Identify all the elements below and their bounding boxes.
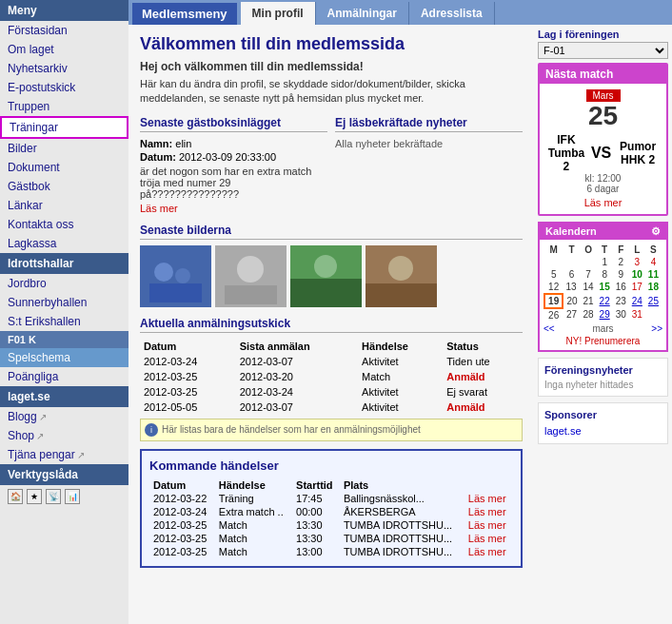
sidebar-item-epost[interactable]: E-postutskick xyxy=(0,78,128,97)
image-3[interactable] xyxy=(290,245,362,307)
cal-day-5[interactable]: 5 xyxy=(544,268,563,281)
ext-icon-blogg: ↗ xyxy=(39,412,47,422)
sidebar-item-nyhetsarkiv[interactable]: Nyhetsarkiv xyxy=(0,59,128,78)
cal-day-7[interactable]: 7 xyxy=(581,268,597,281)
sidebar-item-kontakta[interactable]: Kontakta oss xyxy=(0,215,128,234)
cal-next-button[interactable]: >> xyxy=(651,323,662,334)
next-match-title: Nästa match xyxy=(540,65,666,84)
k-row1-las-mer[interactable]: Läs mer xyxy=(468,493,506,504)
svg-point-2 xyxy=(175,268,190,283)
sidebar-item-lagkassa[interactable]: Lagkassa xyxy=(0,234,128,253)
cal-day-6[interactable]: 6 xyxy=(563,268,580,281)
match-las-mer[interactable]: Läs mer xyxy=(545,197,661,208)
cal-day-31[interactable]: 31 xyxy=(629,308,645,322)
calendar-nav: << mars >> xyxy=(544,322,662,336)
welcome-intro: Hej och välkommen till din medlemssida! xyxy=(140,60,523,73)
sidebar-item-dokument[interactable]: Dokument xyxy=(0,158,128,177)
sidebar-item-sunnerbyhallen[interactable]: Sunnerbyhallen xyxy=(0,293,128,312)
image-1[interactable] xyxy=(140,245,211,307)
sidebar-item-forstasidan[interactable]: Förstasidan xyxy=(0,21,128,40)
cal-day-25[interactable]: 25 xyxy=(645,294,662,308)
cal-prev-button[interactable]: << xyxy=(544,323,555,334)
k-row4-plats: TUMBA IDROTTSHU... xyxy=(340,532,464,545)
svg-rect-6 xyxy=(225,285,277,304)
row2-datum: 2012-03-25 xyxy=(140,369,236,384)
cal-day-10[interactable]: 10 xyxy=(629,268,645,281)
cal-day-2[interactable]: 2 xyxy=(613,256,629,268)
guestbook-las-mer[interactable]: Läs mer xyxy=(140,203,178,214)
chart-icon[interactable]: 📊 xyxy=(65,489,80,504)
k-row1-plats: Ballingsnässkol... xyxy=(340,492,464,505)
k-row3-plats: TUMBA IDROTTSHU... xyxy=(340,518,464,532)
cal-day-17[interactable]: 17 xyxy=(629,281,645,294)
cal-day-21[interactable]: 21 xyxy=(581,294,597,308)
cal-day-15[interactable]: 15 xyxy=(597,281,613,294)
tab-min-profil[interactable]: Min profil xyxy=(241,2,316,25)
images-row xyxy=(140,245,523,307)
sidebar-item-bilder[interactable]: Bilder xyxy=(0,139,128,158)
cal-day-23[interactable]: 23 xyxy=(613,294,629,308)
k-row5-starttid: 13:00 xyxy=(292,545,340,558)
sidebar-item-jordbro[interactable]: Jordbro xyxy=(0,274,128,293)
k-row2-starttid: 00:00 xyxy=(292,505,340,518)
sidebar-lagetse-shop[interactable]: Shop ↗ xyxy=(0,426,128,445)
sponsor-link[interactable]: laget.se xyxy=(544,425,582,437)
row1-handelse: Aktivitet xyxy=(358,354,443,369)
welcome-title: Välkommen till din medlemssida xyxy=(140,34,523,54)
cal-day-13[interactable]: 13 xyxy=(563,281,580,294)
cal-day-18[interactable]: 18 xyxy=(645,281,662,294)
cal-day-12[interactable]: 12 xyxy=(544,281,563,294)
calendar-settings-icon[interactable]: ⚙ xyxy=(651,225,661,238)
tab-adresslista[interactable]: Adresslista xyxy=(409,2,495,25)
k-row4-las-mer[interactable]: Läs mer xyxy=(468,533,506,544)
cal-day-24[interactable]: 24 xyxy=(629,294,645,308)
cal-day-29[interactable]: 29 xyxy=(597,308,613,322)
tab-anmalningar[interactable]: Anmälningar xyxy=(316,2,409,25)
sidebar-item-spelschema[interactable]: Spelschema xyxy=(0,348,128,367)
star-icon[interactable]: ★ xyxy=(27,489,42,504)
team-select[interactable]: F-01 xyxy=(538,42,668,59)
k-col-handelse: Händelse xyxy=(215,478,292,492)
sidebar-item-om-laget[interactable]: Om laget xyxy=(0,40,128,59)
cal-day-19[interactable]: 19 xyxy=(544,294,563,308)
k-row5-handelse: Match xyxy=(215,545,292,558)
k-row2-handelse: Extra match .. xyxy=(215,505,292,518)
cal-day-22[interactable]: 22 xyxy=(597,294,613,308)
cal-day-8[interactable]: 8 xyxy=(597,268,613,281)
cal-day-14[interactable]: 14 xyxy=(581,281,597,294)
image-2[interactable] xyxy=(215,245,287,307)
cal-day-16[interactable]: 16 xyxy=(613,281,629,294)
cal-day-27[interactable]: 27 xyxy=(563,308,580,322)
image-4[interactable] xyxy=(366,245,437,307)
home-icon[interactable]: 🏠 xyxy=(8,489,23,504)
cal-day-20[interactable]: 20 xyxy=(563,294,580,308)
k-row1-handelse: Träning xyxy=(215,492,292,505)
sidebar-item-truppen[interactable]: Truppen xyxy=(0,97,128,116)
sidebar-item-lankar[interactable]: Länkar xyxy=(0,196,128,215)
cal-day-4[interactable]: 4 xyxy=(645,256,662,268)
k-row2-las-mer[interactable]: Läs mer xyxy=(468,506,506,517)
cal-day-3[interactable]: 3 xyxy=(629,256,645,268)
sidebar-item-gastbok[interactable]: Gästbok xyxy=(0,177,128,196)
k-row5-las-mer[interactable]: Läs mer xyxy=(468,546,506,557)
k-row3-las-mer[interactable]: Läs mer xyxy=(468,519,506,531)
cal-day-9[interactable]: 9 xyxy=(613,268,629,281)
rss-icon[interactable]: 📡 xyxy=(46,489,61,504)
cal-day-30[interactable]: 30 xyxy=(613,308,629,322)
cal-day-11[interactable]: 11 xyxy=(645,268,662,281)
sidebar-item-poangliga[interactable]: Poängliga xyxy=(0,367,128,386)
sidebar-item-st-erikshallen[interactable]: S:t Erikshallen xyxy=(0,312,128,331)
cal-subscribe-link[interactable]: NY! Prenumerera xyxy=(544,336,662,346)
cal-day-1[interactable]: 1 xyxy=(597,256,613,268)
sidebar-lagetse-blogg[interactable]: Blogg ↗ xyxy=(0,407,128,426)
table-row: 2012-03-25 2012-03-20 Match Anmäld xyxy=(140,369,523,384)
k-row5-plats: TUMBA IDROTTSHU... xyxy=(340,545,464,558)
match-teams-row: IFK Tumba 2 VS Pumor HHK 2 xyxy=(545,133,661,173)
sidebar-item-traningar[interactable]: Träningar xyxy=(0,116,128,139)
cal-day-28[interactable]: 28 xyxy=(581,308,597,322)
guestbook-date-label: Datum: xyxy=(140,151,176,163)
cal-day-26[interactable]: 26 xyxy=(544,308,563,322)
sidebar-lagetse-tjana[interactable]: Tjäna pengar ↗ xyxy=(0,445,128,464)
ext-icon-shop: ↗ xyxy=(36,431,44,441)
k-col-las xyxy=(464,478,513,492)
